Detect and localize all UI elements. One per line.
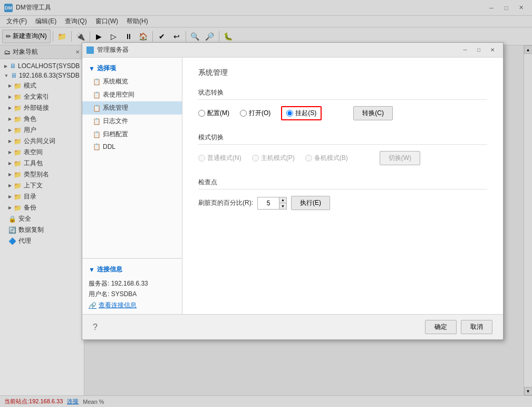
nav-item-icon-archiveconfig: 📋 bbox=[93, 131, 101, 138]
switch-button[interactable]: 切换(W) bbox=[380, 151, 420, 165]
nav-item-archiveconfig[interactable]: 📋 归档配置 bbox=[82, 128, 182, 141]
dirty-pages-label: 刷脏页的百分比(R): bbox=[198, 198, 253, 207]
conn-header-label: 连接信息 bbox=[97, 265, 122, 274]
nav-item-label-tablespace: 表使用空间 bbox=[103, 90, 134, 99]
radio-primary[interactable]: 主机模式(P) bbox=[252, 154, 295, 163]
modal-nav-header: ▼ 选择项 bbox=[82, 62, 182, 75]
modal-title-bar: 管理服务器 ─ □ ✕ bbox=[82, 43, 503, 58]
modal-title-left: 管理服务器 bbox=[86, 45, 129, 54]
spinner-up[interactable]: ▲ bbox=[279, 197, 286, 203]
conn-user: 用户名: SYSDBA bbox=[82, 290, 182, 299]
modal-close-button[interactable]: ✕ bbox=[486, 45, 499, 55]
nav-item-icon-ddl: 📋 bbox=[93, 143, 101, 150]
radio-label-standby: 备机模式(B) bbox=[314, 154, 348, 163]
state-section-title: 状态转换 bbox=[198, 88, 487, 100]
modal-overlay: 管理服务器 ─ □ ✕ ▼ 选择项 📋 系统概览 📋 bbox=[0, 0, 532, 407]
link-icon: 🔗 bbox=[89, 302, 96, 309]
dirty-pages-input-container[interactable]: ▲ ▼ bbox=[257, 197, 287, 210]
connection-info-section: ▼ 连接信息 服务器: 192.168.6.33 用户名: SYSDBA 🔗 查… bbox=[82, 258, 182, 310]
checkpoint-section-title: 检查点 bbox=[198, 178, 487, 190]
nav-item-tablespace[interactable]: 📋 表使用空间 bbox=[82, 88, 182, 101]
radio-standby[interactable]: 备机模式(B) bbox=[305, 154, 348, 163]
section-title: 系统管理 bbox=[198, 68, 487, 80]
link-label: 查看连接信息 bbox=[99, 301, 137, 310]
nav-item-label-sysmanage: 系统管理 bbox=[103, 103, 128, 112]
modal-icon bbox=[86, 46, 94, 54]
state-radio-row: 配置(M) 打开(O) 挂起(S) 转换(C) bbox=[198, 106, 487, 120]
modal-maximize-button[interactable]: □ bbox=[472, 45, 485, 55]
modal-content: 系统管理 状态转换 配置(M) 打开(O) bbox=[182, 58, 503, 314]
dirty-pages-input[interactable] bbox=[258, 197, 279, 209]
modal-dialog: 管理服务器 ─ □ ✕ ▼ 选择项 📋 系统概览 📋 bbox=[82, 42, 504, 340]
nav-item-ddl[interactable]: 📋 DDL bbox=[82, 141, 182, 153]
conn-server: 服务器: 192.168.6.33 bbox=[82, 279, 182, 288]
radio-config[interactable]: 配置(M) bbox=[198, 109, 229, 118]
mode-section: 模式切换 普通模式(N) 主机模式(P) 备机模式(B) bbox=[198, 133, 487, 165]
radio-input-primary bbox=[252, 155, 259, 162]
execute-button[interactable]: 执行(E) bbox=[291, 196, 330, 210]
radio-label-primary: 主机模式(P) bbox=[261, 154, 295, 163]
view-connection-link[interactable]: 🔗 查看连接信息 bbox=[82, 301, 182, 310]
nav-item-sysmanage[interactable]: 📋 系统管理 bbox=[82, 101, 182, 115]
nav-item-icon-logfile: 📋 bbox=[93, 118, 101, 125]
nav-item-logfile[interactable]: 📋 日志文件 bbox=[82, 115, 182, 128]
nav-item-label-archiveconfig: 归档配置 bbox=[103, 130, 128, 139]
radio-label-suspend: 挂起(S) bbox=[295, 109, 316, 118]
conn-header-arrow: ▼ bbox=[89, 266, 95, 273]
radio-input-standby bbox=[305, 155, 312, 162]
modal-minimize-button[interactable]: ─ bbox=[459, 45, 471, 55]
nav-item-label-logfile: 日志文件 bbox=[103, 117, 128, 126]
state-section: 状态转换 配置(M) 打开(O) 挂起(S) bbox=[198, 88, 487, 120]
number-spinners: ▲ ▼ bbox=[279, 197, 286, 209]
modal-footer: ? 确定 取消 bbox=[82, 314, 503, 339]
modal-title-text: 管理服务器 bbox=[97, 45, 129, 54]
radio-input-config[interactable] bbox=[198, 110, 205, 117]
radio-input-normal bbox=[198, 155, 205, 162]
help-icon[interactable]: ? bbox=[93, 323, 98, 332]
nav-item-icon-tablespace: 📋 bbox=[93, 91, 101, 99]
convert-button[interactable]: 转换(C) bbox=[353, 106, 393, 120]
radio-suspend-highlighted[interactable]: 挂起(S) bbox=[281, 106, 322, 120]
mode-section-title: 模式切换 bbox=[198, 133, 487, 145]
modal-body: ▼ 选择项 📋 系统概览 📋 表使用空间 📋 系统管理 📋 日志文件 bbox=[82, 58, 503, 314]
radio-normal[interactable]: 普通模式(N) bbox=[198, 154, 241, 163]
mode-radio-row: 普通模式(N) 主机模式(P) 备机模式(B) 切换(W) bbox=[198, 151, 487, 165]
modal-controls: ─ □ ✕ bbox=[459, 45, 499, 55]
conn-section-header: ▼ 连接信息 bbox=[82, 263, 182, 276]
nav-header-arrow: ▼ bbox=[89, 65, 95, 72]
nav-item-label-ddl: DDL bbox=[103, 143, 115, 150]
radio-label-open: 打开(O) bbox=[249, 109, 270, 118]
confirm-button[interactable]: 确定 bbox=[425, 320, 457, 334]
cancel-button[interactable]: 取消 bbox=[461, 320, 492, 334]
radio-open[interactable]: 打开(O) bbox=[240, 109, 270, 118]
nav-item-overview[interactable]: 📋 系统概览 bbox=[82, 75, 182, 88]
nav-header-label: 选择项 bbox=[97, 64, 116, 73]
modal-nav: ▼ 选择项 📋 系统概览 📋 表使用空间 📋 系统管理 📋 日志文件 bbox=[82, 58, 182, 314]
radio-input-open[interactable] bbox=[240, 110, 247, 117]
nav-item-label-overview: 系统概览 bbox=[103, 77, 128, 86]
nav-item-icon-overview: 📋 bbox=[93, 78, 101, 86]
checkpoint-row: 刷脏页的百分比(R): ▲ ▼ 执行(E) bbox=[198, 196, 487, 210]
nav-item-icon-sysmanage: 📋 bbox=[93, 105, 101, 112]
checkpoint-section: 检查点 刷脏页的百分比(R): ▲ ▼ 执行(E) bbox=[198, 178, 487, 210]
radio-input-suspend[interactable] bbox=[286, 110, 293, 117]
radio-label-config: 配置(M) bbox=[207, 109, 229, 118]
spinner-down[interactable]: ▼ bbox=[279, 203, 286, 209]
radio-label-normal: 普通模式(N) bbox=[207, 154, 241, 163]
